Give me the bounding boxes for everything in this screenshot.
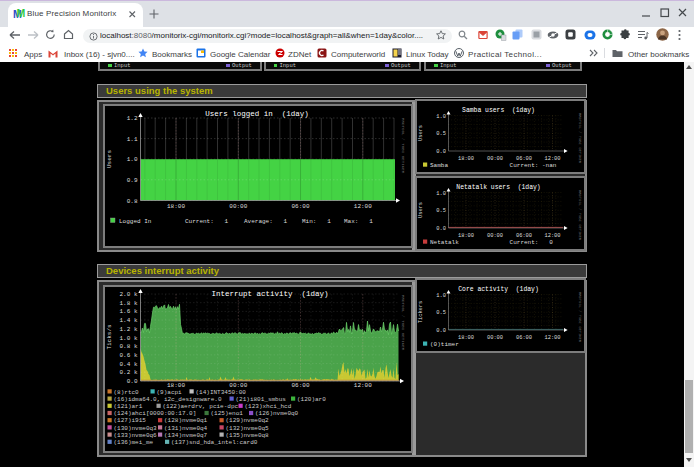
svg-text:RRDTOOL / TOBI OETIKER: RRDTOOL / TOBI OETIKER bbox=[401, 118, 405, 174]
svg-text:(21)i801_smbus: (21)i801_smbus bbox=[236, 396, 287, 403]
svg-text:0.0: 0.0 bbox=[436, 149, 446, 155]
svg-text:18:00: 18:00 bbox=[167, 203, 185, 210]
svg-text:(9)acpi: (9)acpi bbox=[157, 389, 183, 396]
svg-text:1.6 k: 1.6 k bbox=[119, 308, 137, 315]
svg-text:Logged In: Logged In bbox=[119, 218, 152, 225]
svg-text:(134)nvme0q7: (134)nvme0q7 bbox=[164, 432, 208, 439]
svg-text:RRDTOOL / TOBI OETIKER: RRDTOOL / TOBI OETIKER bbox=[578, 190, 582, 241]
svg-text:1.2: 1.2 bbox=[127, 115, 138, 122]
svg-text:(8)rtc0: (8)rtc0 bbox=[114, 389, 140, 396]
svg-text:Current: 1: Current: 1 bbox=[185, 218, 229, 225]
svg-text:1.4 k: 1.4 k bbox=[119, 317, 137, 324]
svg-text:00:00: 00:00 bbox=[487, 335, 503, 341]
svg-text:0.0: 0.0 bbox=[127, 378, 138, 385]
svg-text:1.0: 1.0 bbox=[436, 191, 446, 197]
svg-text:1.0: 1.0 bbox=[436, 293, 446, 299]
svg-text:(122)aerdrv, pcie-dpc: (122)aerdrv, pcie-dpc bbox=[163, 403, 239, 410]
svg-text:Min: 1: Min: 1 bbox=[302, 218, 331, 225]
svg-text:(0)timer: (0)timer bbox=[430, 341, 459, 348]
svg-text:1.1: 1.1 bbox=[127, 136, 138, 143]
svg-text:1.0: 1.0 bbox=[436, 114, 446, 120]
svg-text:(121)ar1: (121)ar1 bbox=[114, 403, 143, 410]
svg-text:(120)ar0: (120)ar0 bbox=[297, 396, 326, 403]
svg-text:12:00: 12:00 bbox=[354, 382, 372, 389]
svg-text:RRDTOOL / TOBI OETIKER: RRDTOOL / TOBI OETIKER bbox=[401, 295, 405, 351]
svg-text:18:00: 18:00 bbox=[458, 156, 474, 162]
svg-text:18:00: 18:00 bbox=[458, 335, 474, 341]
svg-text:2.0 k: 2.0 k bbox=[119, 291, 137, 298]
svg-text:06:00: 06:00 bbox=[291, 203, 309, 210]
svg-text:0.0: 0.0 bbox=[436, 226, 446, 232]
svg-text:00:00: 00:00 bbox=[229, 382, 247, 389]
svg-text:(14)INT3450:00: (14)INT3450:00 bbox=[196, 389, 247, 396]
svg-text:18:00: 18:00 bbox=[458, 233, 474, 239]
svg-text:18:00: 18:00 bbox=[167, 382, 185, 389]
svg-text:Ticks/s: Ticks/s bbox=[106, 324, 113, 350]
svg-text:06:00: 06:00 bbox=[291, 382, 309, 389]
svg-text:0.6 k: 0.6 k bbox=[119, 352, 137, 359]
svg-text:12:00: 12:00 bbox=[544, 335, 560, 341]
svg-text:(131)nvme0q4: (131)nvme0q4 bbox=[164, 425, 208, 432]
svg-text:Samba: Samba bbox=[430, 162, 448, 169]
svg-text:Average: 1: Average: 1 bbox=[244, 218, 288, 225]
svg-text:(133)nvme0q6: (133)nvme0q6 bbox=[114, 432, 158, 439]
svg-text:Samba users (1day): Samba users (1day) bbox=[462, 107, 535, 114]
svg-text:(135)nvme0q8: (135)nvme0q8 bbox=[226, 432, 270, 439]
svg-text:M: M bbox=[17, 7, 26, 19]
svg-text:(132)nvme0q5: (132)nvme0q5 bbox=[226, 425, 270, 432]
svg-text:(127)i915: (127)i915 bbox=[114, 417, 147, 424]
svg-text:Users: Users bbox=[106, 150, 113, 168]
svg-text:00:00: 00:00 bbox=[487, 233, 503, 239]
svg-text:1.0: 1.0 bbox=[127, 156, 138, 163]
svg-text:0.2 k: 0.2 k bbox=[119, 369, 137, 376]
svg-text:Current: 0: Current: 0 bbox=[510, 239, 554, 246]
svg-text:(129)nvme0q2: (129)nvme0q2 bbox=[226, 417, 270, 424]
svg-text:Users: Users bbox=[418, 125, 424, 141]
svg-text:Tickers: Tickers bbox=[418, 301, 424, 324]
svg-text:(128)nvme0q1: (128)nvme0q1 bbox=[164, 417, 208, 424]
svg-text:0.8: 0.8 bbox=[127, 198, 138, 205]
svg-text:1.0 k: 1.0 k bbox=[119, 335, 137, 342]
svg-text:(124)ahci[0000:00:17.0]: (124)ahci[0000:00:17.0] bbox=[114, 410, 197, 417]
svg-text:12:00: 12:00 bbox=[354, 203, 372, 210]
svg-text:RRDTOOL / TOBI OETIKER: RRDTOOL / TOBI OETIKER bbox=[578, 113, 582, 164]
svg-text:Max: 1: Max: 1 bbox=[344, 218, 373, 225]
svg-text:0.8 k: 0.8 k bbox=[119, 343, 137, 350]
svg-text:Current: -nan: Current: -nan bbox=[510, 162, 557, 169]
svg-text:0.9: 0.9 bbox=[127, 177, 138, 184]
svg-text:(130)nvme0q3: (130)nvme0q3 bbox=[114, 425, 158, 432]
svg-text:0.5: 0.5 bbox=[436, 208, 446, 214]
svg-text:0.4 k: 0.4 k bbox=[119, 361, 137, 368]
svg-text:(16)idma64.0, i2c_designware.0: (16)idma64.0, i2c_designware.0 bbox=[114, 396, 222, 403]
svg-text:(125)eno1: (125)eno1 bbox=[211, 410, 244, 417]
svg-text:1.8 k: 1.8 k bbox=[119, 300, 137, 307]
svg-text:(136)mei_me: (136)mei_me bbox=[114, 439, 154, 446]
svg-text:Core activity (1day): Core activity (1day) bbox=[458, 286, 539, 293]
svg-text:Users: Users bbox=[418, 202, 424, 218]
svg-text:1.2 k: 1.2 k bbox=[119, 326, 137, 333]
svg-text:(126)nvme0q0: (126)nvme0q0 bbox=[255, 410, 299, 417]
svg-text:Netatalk: Netatalk bbox=[430, 239, 459, 246]
svg-text:0.0: 0.0 bbox=[436, 328, 446, 334]
svg-text:0.5: 0.5 bbox=[436, 310, 446, 316]
svg-text:06:00: 06:00 bbox=[516, 335, 532, 341]
svg-text:(137)snd_hda_intel:card0: (137)snd_hda_intel:card0 bbox=[171, 439, 258, 446]
svg-text:(123)xhci_hcd: (123)xhci_hcd bbox=[245, 403, 292, 410]
svg-text:00:00: 00:00 bbox=[229, 203, 247, 210]
svg-text:00:00: 00:00 bbox=[487, 156, 503, 162]
svg-text:0.5: 0.5 bbox=[436, 131, 446, 137]
svg-text:Interrupt activity (1day): Interrupt activity (1day) bbox=[211, 290, 328, 298]
svg-text:RRDTOOL / TOBI OETIKER: RRDTOOL / TOBI OETIKER bbox=[578, 292, 582, 343]
svg-text:Users logged in (1day): Users logged in (1day) bbox=[205, 110, 309, 118]
svg-text:Netatalk users (1day): Netatalk users (1day) bbox=[456, 184, 540, 191]
